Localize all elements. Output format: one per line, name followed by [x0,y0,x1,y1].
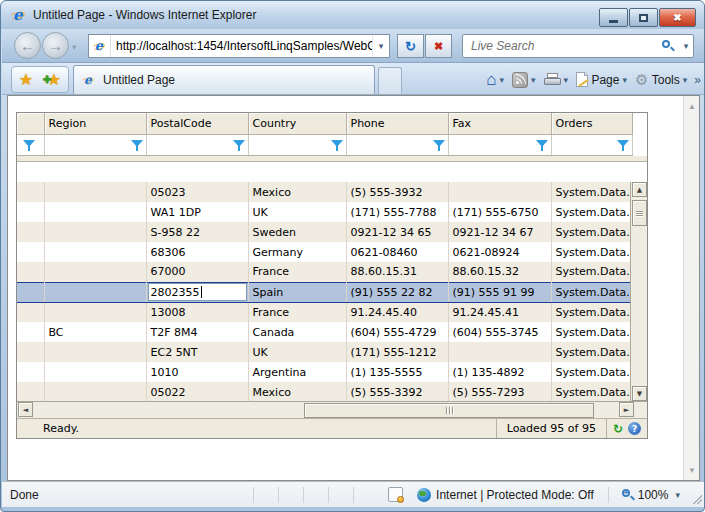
cell-region[interactable] [44,382,146,401]
back-button[interactable]: ← [14,32,41,59]
grid-new-row-band[interactable] [17,162,647,182]
cell-phone[interactable]: (91) 555 22 82 [346,282,448,302]
window-resize-grip[interactable] [692,494,702,504]
page-scroll-up-icon[interactable]: ▲ [684,98,700,114]
filter-cell-indicator[interactable] [17,135,44,156]
cell-phone[interactable]: (1) 135-5555 [346,362,448,382]
cell-country[interactable]: France [248,262,346,282]
home-button[interactable]: ⌂▾ [483,68,507,92]
row-indicator[interactable] [17,262,44,282]
cell-phone[interactable]: (5) 555-3392 [346,382,448,401]
page-menu-button[interactable]: Page▾ [573,68,630,92]
cell-orders[interactable]: System.Data.L [551,262,632,282]
horizontal-scroll-thumb[interactable] [304,403,594,418]
cell-region[interactable] [44,282,146,302]
row-indicator[interactable] [17,302,44,322]
url-text[interactable]: http://localhost:1454/IntersoftLinqSampl… [111,39,372,53]
filter-funnel-icon[interactable] [23,140,35,151]
column-header-phone[interactable]: Phone [346,113,448,134]
cell-orders[interactable]: System.Data.L [551,182,632,202]
browser-page-scrollbar[interactable]: ▲ ▼ [683,96,699,480]
filter-cell-region[interactable] [44,135,146,156]
filter-cell-phone[interactable] [346,135,448,156]
grid-horizontal-scrollbar[interactable]: ◄ ► [17,401,647,418]
table-row[interactable]: S-958 22Sweden0921-12 34 650921-12 34 67… [17,222,632,242]
table-row[interactable]: 05022Mexico(5) 555-3392(5) 555-7293Syste… [17,382,632,401]
column-header-orders[interactable]: Orders [551,113,632,134]
scroll-up-button[interactable]: ▲ [632,182,647,197]
forward-button[interactable]: → [42,32,69,59]
scroll-left-button[interactable]: ◄ [18,402,33,417]
cell-region[interactable] [44,202,146,222]
filter-funnel-icon[interactable] [617,140,629,151]
minimize-button[interactable] [599,8,628,27]
scroll-down-button[interactable]: ▼ [632,386,647,401]
row-indicator[interactable] [17,182,44,202]
cell-postalcode[interactable]: EC2 5NT [146,342,248,362]
cell-country[interactable]: UK [248,202,346,222]
row-indicator[interactable] [17,322,44,342]
zoom-control[interactable]: + 100% ▾ [609,488,688,502]
table-row[interactable]: 67000France88.60.15.3188.60.15.32System.… [17,262,632,282]
cell-country[interactable]: Argentina [248,362,346,382]
cell-phone[interactable]: (5) 555-3932 [346,182,448,202]
cell-orders[interactable]: System.Data.L [551,362,632,382]
cell-country[interactable]: UK [248,342,346,362]
table-row[interactable]: 13008France91.24.45.4091.24.45.41System.… [17,302,632,322]
cell-phone[interactable]: (604) 555-4729 [346,322,448,342]
cell-region[interactable] [44,222,146,242]
cell-phone[interactable]: (171) 555-7788 [346,202,448,222]
cell-postalcode[interactable]: 05023 [146,182,248,202]
cell-region[interactable] [44,242,146,262]
cell-phone[interactable]: 88.60.15.31 [346,262,448,282]
feeds-button[interactable]: ▾ [509,68,539,92]
filter-cell-orders[interactable] [551,135,632,156]
cell-country[interactable]: Canada [248,322,346,342]
grid-vertical-scrollbar[interactable]: ▲ ▼ [630,182,647,401]
cell-fax[interactable]: 91.24.45.41 [448,302,551,322]
search-input[interactable]: Live Search ▾ [462,34,694,58]
row-indicator[interactable] [17,282,44,302]
cell-fax[interactable]: 88.60.15.32 [448,262,551,282]
cell-phone[interactable]: (171) 555-1212 [346,342,448,362]
filter-cell-postalcode[interactable] [146,135,248,156]
add-favorite-button[interactable]: ★✚ [47,70,61,89]
table-row[interactable]: BCT2F 8M4Canada(604) 555-4729(604) 555-3… [17,322,632,342]
filter-funnel-icon[interactable] [233,140,245,151]
cell-editor[interactable]: 2802355 [148,283,247,301]
cell-postalcode[interactable]: 13008 [146,302,248,322]
cell-orders[interactable]: System.Data.L [551,342,632,362]
scroll-right-button[interactable]: ► [619,402,634,417]
cell-fax[interactable] [448,342,551,362]
cell-country[interactable]: Germany [248,242,346,262]
column-header-country[interactable]: Country [248,113,346,134]
table-row[interactable]: 05023Mexico(5) 555-3932System.Data.L [17,182,632,202]
search-icon[interactable] [661,39,675,53]
table-row[interactable]: EC2 5NTUK(171) 555-1212System.Data.L [17,342,632,362]
cell-orders[interactable]: System.Data.L [551,242,632,262]
cell-country[interactable]: France [248,302,346,322]
cell-phone[interactable]: 0921-12 34 65 [346,222,448,242]
cell-postalcode[interactable]: 1010 [146,362,248,382]
filter-funnel-icon[interactable] [331,140,343,151]
history-dropdown[interactable]: ▾ [72,42,77,52]
cell-fax[interactable]: 0921-12 34 67 [448,222,551,242]
cell-postalcode[interactable]: 67000 [146,262,248,282]
cell-orders[interactable]: System.Data.L [551,382,632,401]
cell-orders[interactable]: System.Data.L [551,202,632,222]
cell-postalcode[interactable]: 68306 [146,242,248,262]
cell-postalcode[interactable]: 2802355 [146,282,248,302]
table-row[interactable]: 1010Argentina(1) 135-5555(1) 135-4892Sys… [17,362,632,382]
column-header-fax[interactable]: Fax [448,113,551,134]
cell-region[interactable] [44,182,146,202]
row-indicator[interactable] [17,222,44,242]
filter-funnel-icon[interactable] [433,140,445,151]
cell-fax[interactable]: (171) 555-6750 [448,202,551,222]
row-indicator[interactable] [17,382,44,401]
table-row[interactable]: 2802355Spain(91) 555 22 82(91) 555 91 99… [17,282,632,302]
cell-fax[interactable] [448,182,551,202]
cell-fax[interactable]: (1) 135-4892 [448,362,551,382]
cell-postalcode[interactable]: S-958 22 [146,222,248,242]
cell-region[interactable] [44,302,146,322]
cell-orders[interactable]: System.Data.L [551,222,632,242]
